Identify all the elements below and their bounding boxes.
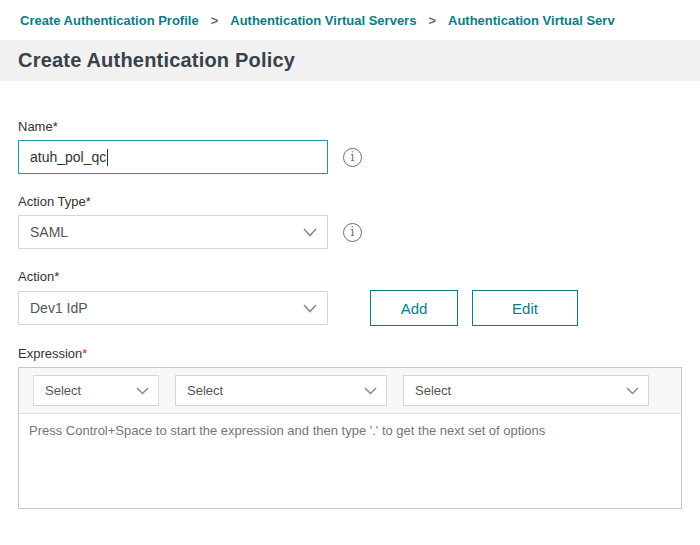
add-button[interactable]: Add xyxy=(370,290,458,326)
name-input-value: atuh_pol_qc xyxy=(30,149,106,165)
expression-select-strip: Select Select Select xyxy=(19,368,681,414)
expression-select-1-value: Select xyxy=(45,383,81,398)
name-required-mark: * xyxy=(53,119,58,134)
breadcrumb-separator-icon: > xyxy=(428,13,436,28)
action-label-text: Action xyxy=(18,269,54,284)
action-selected-value: Dev1 IdP xyxy=(30,300,88,316)
name-input[interactable]: atuh_pol_qc xyxy=(18,140,328,174)
info-icon[interactable]: i xyxy=(343,148,362,167)
expression-text-area[interactable]: Press Control+Space to start the express… xyxy=(19,414,681,508)
action-field-group: Action* Dev1 IdP Add Edit xyxy=(18,269,682,326)
action-type-label-text: Action Type xyxy=(18,194,86,209)
create-authentication-policy-form: Name* atuh_pol_qc i Action Type* SAML i xyxy=(0,81,700,509)
action-label: Action* xyxy=(18,269,682,284)
breadcrumb-item-authentication-virtual-servers[interactable]: Authentication Virtual Servers xyxy=(230,13,416,28)
expression-select-3-value: Select xyxy=(415,383,451,398)
chevron-down-icon xyxy=(303,300,317,316)
name-label-text: Name xyxy=(18,119,53,134)
breadcrumb: Create Authentication Profile > Authenti… xyxy=(0,0,700,40)
action-required-mark: * xyxy=(54,269,59,284)
chevron-down-icon xyxy=(303,224,317,240)
info-icon[interactable]: i xyxy=(343,223,362,242)
breadcrumb-item-create-authentication-profile[interactable]: Create Authentication Profile xyxy=(20,13,199,28)
chevron-down-icon xyxy=(626,383,639,398)
action-type-label: Action Type* xyxy=(18,194,682,209)
name-label: Name* xyxy=(18,119,682,134)
action-type-required-mark: * xyxy=(86,194,91,209)
action-select[interactable]: Dev1 IdP xyxy=(18,291,328,325)
action-type-selected-value: SAML xyxy=(30,224,68,240)
expression-select-3[interactable]: Select xyxy=(403,375,649,406)
expression-select-2-value: Select xyxy=(187,383,223,398)
expression-label-text: Expression xyxy=(18,346,82,361)
page-header: Create Authentication Policy xyxy=(0,40,700,81)
edit-button[interactable]: Edit xyxy=(472,290,578,326)
chevron-down-icon xyxy=(136,383,149,398)
breadcrumb-item-authentication-virtual-serv[interactable]: Authentication Virtual Serv xyxy=(448,13,615,28)
expression-field-group: Expression* Select Select Select xyxy=(18,346,682,509)
page-title: Create Authentication Policy xyxy=(18,49,295,72)
expression-builder: Select Select Select xyxy=(18,367,682,509)
action-type-select[interactable]: SAML xyxy=(18,215,328,249)
expression-select-1[interactable]: Select xyxy=(33,375,159,406)
expression-placeholder: Press Control+Space to start the express… xyxy=(29,423,671,438)
expression-label: Expression* xyxy=(18,346,682,361)
name-field-group: Name* atuh_pol_qc i xyxy=(18,119,682,174)
expression-required-mark: * xyxy=(82,346,87,361)
breadcrumb-separator-icon: > xyxy=(211,13,219,28)
chevron-down-icon xyxy=(364,383,377,398)
action-type-field-group: Action Type* SAML i xyxy=(18,194,682,249)
expression-select-2[interactable]: Select xyxy=(175,375,387,406)
text-cursor xyxy=(107,149,108,166)
